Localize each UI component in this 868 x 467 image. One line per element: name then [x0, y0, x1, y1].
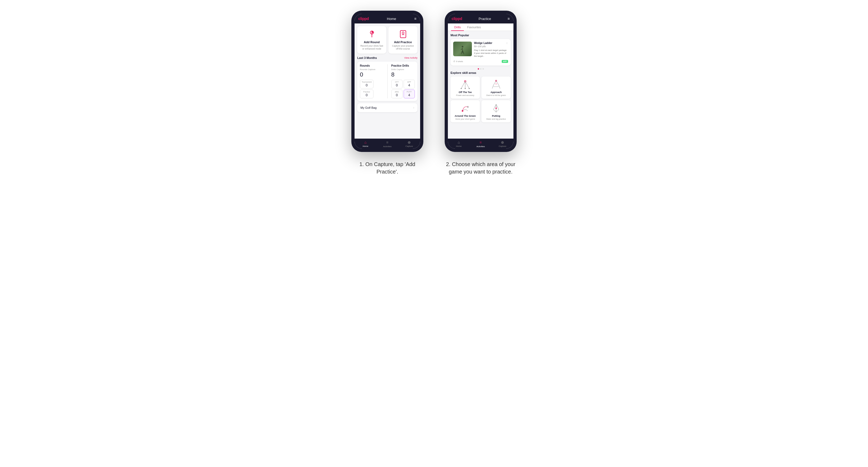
putt-label: PUTT	[405, 91, 413, 93]
nav-activities-2[interactable]: ⌗ Activities	[470, 140, 492, 148]
phone1-screen: clippd Home ≡	[354, 14, 420, 149]
skill-grid: Off The Tee Power and accuracy	[451, 76, 511, 122]
drill-info: Wedge Ladder ☆ 50–100 yds Play 1 shot at…	[474, 41, 508, 58]
capture-icon-2: ⊕	[501, 140, 504, 145]
phone1-header: clippd Home ≡	[354, 14, 420, 24]
nav-capture-1[interactable]: ⊕ Capture	[398, 140, 420, 148]
drill-desc: Play 1 shot at each target yardage. If y…	[474, 49, 508, 58]
my-golf-bag-row[interactable]: My Golf Bag ›	[357, 103, 417, 112]
svg-point-3	[402, 32, 404, 34]
ott-value: 0	[393, 83, 401, 87]
app-badge: APP	[502, 60, 508, 63]
app-logo-1: clippd	[358, 17, 369, 21]
app-value: 4	[405, 83, 413, 87]
capture-nav-label-2: Capture	[499, 145, 506, 147]
arg-box: ARG 0	[391, 90, 403, 98]
shots-count: ⏱ 9 shots	[453, 60, 463, 63]
practice-label: Practice	[362, 91, 372, 93]
phone1-frame: clippd Home ≡	[351, 11, 423, 152]
featured-drill-card[interactable]: Wedge Ladder ☆ 50–100 yds Play 1 shot at…	[451, 39, 511, 66]
stats-row: Rounds Rounds Capture 0 Tournament 0	[360, 64, 415, 98]
add-round-desc: Record your shots fast or enhanced mode	[359, 44, 384, 51]
home-nav-label-2: Home	[456, 145, 461, 147]
explore-heading: Explore skill areas	[451, 71, 511, 74]
drills-heading: Practice Drills	[391, 64, 415, 67]
add-round-card[interactable]: Add Round Record your shots fast or enha…	[357, 26, 386, 54]
view-activity-link[interactable]: View Activity	[404, 57, 417, 59]
dot-3	[483, 68, 484, 69]
shots-text: 9 shots	[456, 60, 463, 63]
drills-col: Practice Drills Drills Capture 8 OTT 0	[391, 64, 415, 98]
putt-box: PUTT 4	[404, 90, 415, 98]
rounds-grid: Tournament 0 Practice 0	[360, 80, 383, 98]
nav-capture-2[interactable]: ⊕ Capture	[492, 140, 514, 148]
putting-desc: Make and lag practice	[486, 118, 506, 120]
home-icon-1: ⌂	[365, 140, 367, 145]
putting-diagram-icon	[490, 103, 503, 114]
nav-activities-1[interactable]: ⌗ Activities	[376, 140, 398, 148]
capture-nav-label-1: Capture	[405, 145, 413, 147]
golfer-icon	[460, 45, 465, 56]
drills-grid: OTT 0 APP 4 ARG 0	[391, 80, 415, 98]
drills-capture-value: 8	[391, 71, 415, 78]
skill-card-putting[interactable]: Putting Make and lag practice	[482, 100, 511, 122]
putt-value: 4	[405, 93, 413, 97]
app-label: APP	[405, 81, 413, 83]
drill-footer: ⏱ 9 shots APP	[453, 60, 508, 63]
tabs-row: Drills Favourites	[448, 24, 514, 31]
app-box: APP 4	[404, 80, 415, 89]
rounds-col: Rounds Rounds Capture 0 Tournament 0	[360, 64, 383, 98]
practice-box: Practice 0	[360, 90, 373, 98]
atg-name: Around The Green	[455, 115, 475, 117]
star-icon[interactable]: ☆	[506, 41, 508, 44]
dot-2	[480, 68, 482, 69]
clock-icon: ⏱	[453, 60, 455, 63]
phone1-section: clippd Home ≡	[351, 11, 423, 176]
caption-1: 1. On Capture, tap 'Add Practice'.	[351, 160, 423, 176]
activities-icon-1: ⌗	[386, 140, 389, 145]
nav-home-2[interactable]: ⌂ Home	[448, 140, 470, 148]
skill-card-atg[interactable]: Around The Green Hone your short game	[451, 100, 480, 122]
bag-label: My Golf Bag	[361, 106, 377, 109]
svg-line-6	[461, 81, 465, 89]
add-practice-desc: Capture your practice off-the-course	[391, 44, 415, 51]
menu-icon-2[interactable]: ≡	[507, 17, 510, 21]
drill-yardage: 50–100 yds	[474, 45, 508, 48]
skill-card-ott[interactable]: Off The Tee Power and accuracy	[451, 76, 480, 99]
carousel-dots	[451, 68, 511, 69]
most-popular-heading: Most Popular	[451, 34, 511, 37]
drill-image	[453, 41, 472, 56]
rounds-capture-label: Rounds Capture	[360, 68, 383, 71]
ott-name: Off The Tee	[459, 91, 472, 94]
activities-icon-2: ⌗	[479, 140, 482, 145]
dot-1	[478, 68, 479, 69]
menu-icon-1[interactable]: ≡	[414, 17, 416, 21]
svg-point-10	[465, 88, 466, 89]
nav-home-1[interactable]: ⌂ Home	[354, 140, 376, 148]
capture-icon-1: ⊕	[408, 140, 411, 145]
rounds-heading: Rounds	[360, 64, 383, 67]
phone2-header: clippd Practice ≡	[448, 14, 514, 24]
ott-label: OTT	[393, 81, 401, 83]
skill-card-approach[interactable]: Approach Dial-in to hit the green	[482, 76, 511, 99]
activities-nav-label-1: Activities	[383, 145, 392, 148]
home-nav-label-1: Home	[363, 145, 368, 147]
add-practice-card[interactable]: Add Practice Capture your practice off-t…	[389, 26, 417, 54]
flag-icon	[367, 29, 377, 39]
phone1-bottom-nav: ⌂ Home ⌗ Activities ⊕ Capture	[354, 138, 420, 149]
svg-point-9	[461, 88, 462, 89]
last-3-months-header: Last 3 Months View Activity	[357, 56, 417, 59]
atg-desc: Hone your short game	[455, 118, 475, 120]
home-icon-2: ⌂	[458, 140, 460, 145]
svg-point-19	[496, 107, 497, 109]
practice-title: Practice	[478, 17, 491, 21]
action-cards-row: Add Round Record your shots fast or enha…	[357, 26, 417, 54]
add-practice-title: Add Practice	[394, 40, 412, 44]
svg-line-8	[465, 81, 469, 89]
arg-label: ARG	[393, 91, 401, 93]
phone2-bottom-nav: ⌂ Home ⌗ Activities ⊕ Capture	[448, 138, 514, 149]
last-3-months-label: Last 3 Months	[357, 56, 377, 59]
featured-inner: Wedge Ladder ☆ 50–100 yds Play 1 shot at…	[453, 41, 508, 58]
tab-drills[interactable]: Drills	[451, 24, 464, 31]
tab-favourites[interactable]: Favourites	[464, 24, 484, 31]
